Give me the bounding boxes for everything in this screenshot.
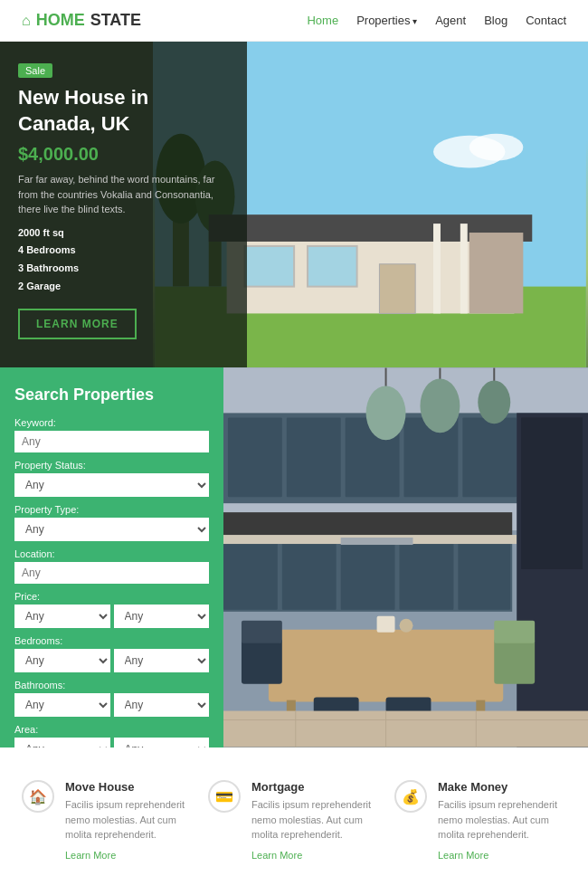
price-group: Price: Any Any (14, 591, 209, 628)
svg-rect-20 (287, 417, 341, 497)
svg-rect-11 (308, 246, 357, 287)
type-select[interactable]: Any House Apartment (14, 518, 209, 541)
svg-rect-53 (223, 711, 588, 747)
navbar: ⌂ HOMESTATE Home Properties Agent Blog C… (0, 0, 588, 42)
svg-point-39 (420, 378, 460, 433)
nav-blog[interactable]: Blog (484, 14, 507, 27)
price-to-select[interactable]: Any (114, 605, 210, 628)
svg-point-37 (366, 386, 406, 440)
location-label: Location: (14, 548, 209, 559)
svg-rect-52 (400, 619, 413, 633)
status-group: Property Status: Any For Sale For Rent (14, 460, 209, 497)
keyword-label: Keyword: (14, 417, 209, 428)
svg-rect-12 (379, 264, 415, 314)
feature-icon-2: 💰 (394, 780, 427, 813)
svg-rect-45 (242, 639, 282, 684)
feature-item-0: 🏠 Move House Facilis ipsum reprehenderit… (22, 780, 194, 862)
hero-section: Sale New House in Canada, UK $4,000.00 F… (0, 42, 588, 367)
nav-agent[interactable]: Agent (435, 14, 466, 27)
svg-rect-35 (521, 417, 583, 569)
area-row: Any Any (14, 738, 209, 747)
search-panel: Search Properties Keyword: Property Stat… (0, 367, 223, 747)
sale-badge: Sale (18, 63, 52, 78)
nav-contact[interactable]: Contact (526, 14, 566, 27)
bedrooms-group: Bedrooms: Any Any (14, 635, 209, 672)
area-to-select[interactable]: Any (114, 738, 210, 747)
kitchen-image (223, 367, 588, 747)
nav-links: Home Properties Agent Blog Contact (307, 14, 566, 27)
feature-title-1: Mortgage (251, 780, 380, 794)
nav-properties[interactable]: Properties (356, 14, 417, 27)
svg-rect-33 (341, 538, 413, 545)
search-title: Search Properties (14, 386, 209, 405)
svg-rect-19 (228, 417, 282, 497)
area-from-select[interactable]: Any (14, 738, 110, 747)
svg-rect-46 (242, 621, 282, 643)
bathrooms-group: Bathrooms: Any Any (14, 680, 209, 717)
location-group: Location: (14, 548, 209, 584)
feature-icon-0: 🏠 (22, 780, 54, 813)
feature-icon-1: 💳 (208, 780, 241, 813)
feature-item-2: 💰 Make Money Facilis ipsum reprehenderit… (394, 780, 566, 862)
features-grid: 🏠 Move House Facilis ipsum reprehenderit… (22, 780, 566, 876)
feature-content-2: Make Money Facilis ipsum reprehenderit n… (438, 780, 566, 862)
bed-to-select[interactable]: Any (114, 649, 210, 672)
location-input[interactable] (14, 562, 209, 584)
svg-rect-23 (462, 417, 517, 497)
bath-from-select[interactable]: Any (14, 693, 110, 717)
svg-rect-14 (433, 224, 441, 313)
type-group: Property Type: Any House Apartment (14, 504, 209, 541)
status-select[interactable]: Any For Sale For Rent (14, 473, 209, 497)
svg-rect-15 (460, 224, 468, 313)
feature-content-1: Mortgage Facilis ipsum reprehenderit nem… (251, 780, 380, 862)
keyword-group: Keyword: (14, 417, 209, 452)
feature-desc-2: Facilis ipsum reprehenderit nemo molesti… (438, 797, 566, 843)
search-kitchen-section: Search Properties Keyword: Property Stat… (0, 367, 588, 747)
bath-to-select[interactable]: Any (114, 693, 210, 717)
feature-link-0[interactable]: Learn More (65, 850, 116, 861)
hero-price: $4,000.00 (18, 144, 229, 165)
hero-title: New House in Canada, UK (18, 85, 229, 137)
feature-link-1[interactable]: Learn More (251, 850, 302, 861)
svg-rect-27 (223, 539, 278, 610)
price-label: Price: (14, 591, 209, 602)
svg-rect-47 (494, 639, 535, 684)
logo: ⌂ HOMESTATE (22, 11, 141, 30)
hero-feature-2: 4 Bedrooms (18, 242, 229, 260)
type-label: Property Type: (14, 504, 209, 515)
svg-rect-13 (469, 233, 524, 313)
svg-rect-10 (244, 246, 294, 287)
bathrooms-row: Any Any (14, 693, 209, 717)
logo-state: STATE (90, 11, 141, 30)
svg-rect-31 (458, 539, 510, 610)
svg-rect-28 (282, 539, 337, 610)
feature-desc-0: Facilis ipsum reprehenderit nemo molesti… (65, 797, 194, 843)
nav-home[interactable]: Home (307, 14, 338, 27)
svg-rect-42 (269, 630, 503, 702)
bedrooms-row: Any Any (14, 649, 209, 672)
bathrooms-label: Bathrooms: (14, 680, 209, 690)
feature-item-1: 💳 Mortgage Facilis ipsum reprehenderit n… (208, 780, 380, 862)
logo-home: HOME (36, 11, 85, 30)
price-row: Any Any (14, 605, 209, 628)
svg-rect-29 (341, 539, 395, 610)
feature-link-2[interactable]: Learn More (438, 850, 488, 861)
feature-title-0: Move House (65, 780, 194, 794)
keyword-input[interactable] (14, 431, 209, 452)
features-section: 🏠 Move House Facilis ipsum reprehenderit… (0, 747, 588, 876)
hero-features: 2000 ft sq 4 Bedrooms 3 Bathrooms 2 Gara… (18, 224, 229, 296)
svg-point-41 (478, 380, 510, 424)
hero-learn-more-button[interactable]: LEARN MORE (18, 309, 137, 339)
hero-description: Far far away, behind the word mountains,… (18, 172, 229, 217)
svg-rect-48 (494, 621, 535, 643)
feature-desc-1: Facilis ipsum reprehenderit nemo molesti… (251, 797, 380, 843)
price-from-select[interactable]: Any (14, 605, 110, 628)
hero-feature-3: 3 Bathrooms (18, 260, 229, 278)
logo-icon: ⌂ (22, 13, 31, 29)
feature-content-0: Move House Facilis ipsum reprehenderit n… (65, 780, 194, 862)
hero-feature-1: 2000 ft sq (18, 224, 229, 243)
area-label: Area: (14, 724, 209, 735)
svg-point-2 (469, 134, 524, 161)
svg-rect-51 (377, 616, 395, 633)
bed-from-select[interactable]: Any (14, 649, 110, 672)
